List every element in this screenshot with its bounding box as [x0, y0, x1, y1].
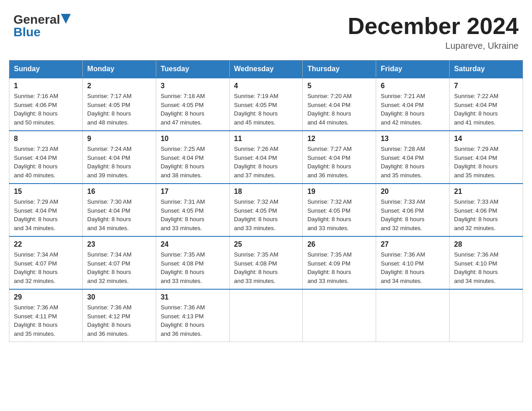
day-number: 17 — [161, 188, 225, 196]
day-info: Sunrise: 7:26 AMSunset: 4:04 PMDaylight:… — [234, 146, 279, 179]
calendar-day-cell: 7 Sunrise: 7:22 AMSunset: 4:04 PMDayligh… — [450, 78, 523, 131]
col-tuesday: Tuesday — [156, 60, 229, 78]
day-number: 23 — [87, 240, 151, 248]
day-number: 18 — [234, 188, 298, 196]
day-number: 25 — [234, 240, 298, 248]
calendar-day-cell: 6 Sunrise: 7:21 AMSunset: 4:04 PMDayligh… — [376, 78, 450, 131]
day-number: 19 — [307, 188, 371, 196]
calendar-day-cell — [303, 289, 376, 342]
day-info: Sunrise: 7:28 AMSunset: 4:04 PMDaylight:… — [381, 146, 425, 179]
day-number: 8 — [14, 135, 78, 143]
calendar-day-cell: 2 Sunrise: 7:17 AMSunset: 4:05 PMDayligh… — [82, 78, 156, 131]
calendar-day-cell: 29 Sunrise: 7:36 AMSunset: 4:11 PMDaylig… — [9, 289, 83, 342]
day-info: Sunrise: 7:19 AMSunset: 4:05 PMDaylight:… — [234, 93, 279, 126]
calendar-day-cell: 4 Sunrise: 7:19 AMSunset: 4:05 PMDayligh… — [229, 78, 303, 131]
calendar-day-cell: 1 Sunrise: 7:16 AMSunset: 4:06 PMDayligh… — [9, 78, 83, 131]
day-info: Sunrise: 7:34 AMSunset: 4:07 PMDaylight:… — [14, 251, 58, 284]
day-info: Sunrise: 7:36 AMSunset: 4:11 PMDaylight:… — [14, 304, 58, 337]
calendar-day-cell: 31 Sunrise: 7:36 AMSunset: 4:13 PMDaylig… — [156, 289, 229, 342]
calendar-day-cell: 24 Sunrise: 7:35 AMSunset: 4:08 PMDaylig… — [156, 236, 229, 289]
day-number: 11 — [234, 135, 298, 143]
day-info: Sunrise: 7:36 AMSunset: 4:10 PMDaylight:… — [454, 251, 498, 284]
calendar-day-cell: 28 Sunrise: 7:36 AMSunset: 4:10 PMDaylig… — [450, 236, 523, 289]
calendar-table: Sunday Monday Tuesday Wednesday Thursday… — [9, 60, 523, 342]
calendar-day-cell: 19 Sunrise: 7:32 AMSunset: 4:05 PMDaylig… — [303, 184, 376, 236]
day-info: Sunrise: 7:32 AMSunset: 4:05 PMDaylight:… — [234, 198, 279, 231]
day-number: 14 — [454, 135, 518, 143]
day-info: Sunrise: 7:36 AMSunset: 4:12 PMDaylight:… — [87, 304, 132, 337]
calendar-day-cell: 21 Sunrise: 7:33 AMSunset: 4:06 PMDaylig… — [450, 184, 523, 236]
col-sunday: Sunday — [9, 60, 83, 78]
day-number: 4 — [234, 82, 298, 90]
day-number: 28 — [454, 240, 518, 248]
day-info: Sunrise: 7:33 AMSunset: 4:06 PMDaylight:… — [454, 198, 498, 231]
day-number: 22 — [14, 240, 78, 248]
calendar-week-row: 22 Sunrise: 7:34 AMSunset: 4:07 PMDaylig… — [9, 236, 523, 289]
col-monday: Monday — [82, 60, 156, 78]
day-number: 13 — [381, 135, 445, 143]
day-number: 21 — [454, 188, 518, 196]
col-friday: Friday — [376, 60, 450, 78]
day-number: 24 — [161, 240, 225, 248]
day-info: Sunrise: 7:36 AMSunset: 4:13 PMDaylight:… — [161, 304, 205, 337]
day-info: Sunrise: 7:34 AMSunset: 4:07 PMDaylight:… — [87, 251, 132, 284]
logo-blue: Blue — [13, 26, 41, 39]
calendar-week-row: 8 Sunrise: 7:23 AMSunset: 4:04 PMDayligh… — [9, 131, 523, 184]
logo: General Blue — [13, 13, 71, 39]
calendar-header-row: Sunday Monday Tuesday Wednesday Thursday… — [9, 60, 523, 78]
day-info: Sunrise: 7:29 AMSunset: 4:04 PMDaylight:… — [454, 146, 498, 179]
calendar-day-cell: 5 Sunrise: 7:20 AMSunset: 4:04 PMDayligh… — [303, 78, 376, 131]
day-info: Sunrise: 7:22 AMSunset: 4:04 PMDaylight:… — [454, 93, 498, 126]
calendar-day-cell: 20 Sunrise: 7:33 AMSunset: 4:06 PMDaylig… — [376, 184, 450, 236]
calendar-week-row: 15 Sunrise: 7:29 AMSunset: 4:04 PMDaylig… — [9, 184, 523, 236]
day-number: 27 — [381, 240, 445, 248]
day-info: Sunrise: 7:33 AMSunset: 4:06 PMDaylight:… — [381, 198, 425, 231]
logo-general: General — [13, 13, 60, 26]
day-number: 10 — [161, 135, 225, 143]
calendar-day-cell: 12 Sunrise: 7:27 AMSunset: 4:04 PMDaylig… — [303, 131, 376, 184]
calendar-week-row: 29 Sunrise: 7:36 AMSunset: 4:11 PMDaylig… — [9, 289, 523, 342]
calendar-day-cell: 17 Sunrise: 7:31 AMSunset: 4:05 PMDaylig… — [156, 184, 229, 236]
day-number: 6 — [381, 82, 445, 90]
day-number: 1 — [14, 82, 78, 90]
calendar-day-cell: 8 Sunrise: 7:23 AMSunset: 4:04 PMDayligh… — [9, 131, 83, 184]
day-number: 31 — [161, 293, 225, 301]
calendar-day-cell: 25 Sunrise: 7:35 AMSunset: 4:08 PMDaylig… — [229, 236, 303, 289]
day-info: Sunrise: 7:18 AMSunset: 4:05 PMDaylight:… — [161, 93, 205, 126]
day-info: Sunrise: 7:29 AMSunset: 4:04 PMDaylight:… — [14, 198, 58, 231]
day-info: Sunrise: 7:23 AMSunset: 4:04 PMDaylight:… — [14, 146, 58, 179]
day-number: 16 — [87, 188, 151, 196]
day-info: Sunrise: 7:27 AMSunset: 4:04 PMDaylight:… — [307, 146, 352, 179]
title-block: December 2024 Lupareve, Ukraine — [348, 13, 519, 51]
day-info: Sunrise: 7:16 AMSunset: 4:06 PMDaylight:… — [14, 93, 58, 126]
day-info: Sunrise: 7:35 AMSunset: 4:08 PMDaylight:… — [161, 251, 205, 284]
svg-marker-0 — [61, 14, 71, 24]
calendar-day-cell: 18 Sunrise: 7:32 AMSunset: 4:05 PMDaylig… — [229, 184, 303, 236]
col-thursday: Thursday — [303, 60, 376, 78]
day-info: Sunrise: 7:32 AMSunset: 4:05 PMDaylight:… — [307, 198, 352, 231]
calendar-day-cell: 9 Sunrise: 7:24 AMSunset: 4:04 PMDayligh… — [82, 131, 156, 184]
day-number: 29 — [14, 293, 78, 301]
calendar-day-cell — [450, 289, 523, 342]
calendar-day-cell — [376, 289, 450, 342]
calendar-day-cell — [229, 289, 303, 342]
day-info: Sunrise: 7:20 AMSunset: 4:04 PMDaylight:… — [307, 93, 352, 126]
col-wednesday: Wednesday — [229, 60, 303, 78]
day-info: Sunrise: 7:17 AMSunset: 4:05 PMDaylight:… — [87, 93, 132, 126]
calendar-day-cell: 14 Sunrise: 7:29 AMSunset: 4:04 PMDaylig… — [450, 131, 523, 184]
day-info: Sunrise: 7:35 AMSunset: 4:09 PMDaylight:… — [307, 251, 352, 284]
day-number: 3 — [161, 82, 225, 90]
day-number: 30 — [87, 293, 151, 301]
day-number: 5 — [307, 82, 371, 90]
calendar-day-cell: 13 Sunrise: 7:28 AMSunset: 4:04 PMDaylig… — [376, 131, 450, 184]
logo-triangle-icon — [61, 14, 71, 24]
calendar-day-cell: 23 Sunrise: 7:34 AMSunset: 4:07 PMDaylig… — [82, 236, 156, 289]
day-number: 20 — [381, 188, 445, 196]
day-info: Sunrise: 7:36 AMSunset: 4:10 PMDaylight:… — [381, 251, 425, 284]
calendar-day-cell: 22 Sunrise: 7:34 AMSunset: 4:07 PMDaylig… — [9, 236, 83, 289]
day-info: Sunrise: 7:35 AMSunset: 4:08 PMDaylight:… — [234, 251, 279, 284]
day-number: 9 — [87, 135, 151, 143]
day-number: 26 — [307, 240, 371, 248]
day-number: 2 — [87, 82, 151, 90]
day-info: Sunrise: 7:25 AMSunset: 4:04 PMDaylight:… — [161, 146, 205, 179]
